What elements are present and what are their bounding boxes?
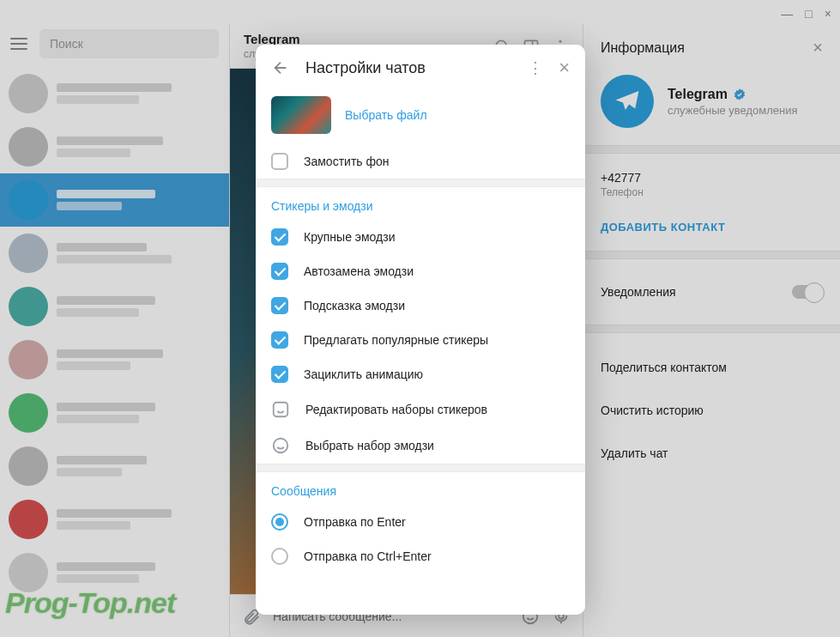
section-stickers-title: Стикеры и эмодзи bbox=[256, 187, 585, 220]
option-label: Подсказка эмодзи bbox=[304, 299, 405, 312]
select-file-link[interactable]: Выбрать файл bbox=[345, 108, 427, 122]
sticker-icon bbox=[271, 400, 290, 419]
checkbox-icon bbox=[271, 331, 288, 349]
dialog-close-icon[interactable]: × bbox=[559, 57, 570, 79]
checkbox-icon bbox=[271, 366, 288, 383]
emoji-icon bbox=[271, 436, 290, 455]
chat-settings-dialog: Настройки чатов ⋮ × Выбрать файл Замости… bbox=[256, 45, 585, 615]
checkbox-icon bbox=[271, 228, 288, 246]
background-thumbnail[interactable] bbox=[271, 96, 331, 134]
checkbox-icon bbox=[271, 297, 288, 314]
option-label: Автозамена эмодзи bbox=[304, 264, 414, 278]
dialog-title: Настройки чатов bbox=[305, 59, 512, 77]
popular-stickers-option[interactable]: Предлагать популярные стикеры bbox=[256, 323, 585, 357]
big-emoji-option[interactable]: Крупные эмодзи bbox=[256, 220, 585, 254]
option-label: Выбрать набор эмодзи bbox=[305, 439, 434, 452]
option-label: Отправка по Ctrl+Enter bbox=[304, 549, 432, 563]
section-messages-title: Сообщения bbox=[256, 472, 585, 505]
send-enter-option[interactable]: Отправка по Enter bbox=[256, 505, 585, 539]
edit-sticker-sets-button[interactable]: Редактировать наборы стикеров bbox=[256, 391, 585, 428]
option-label: Зациклить анимацию bbox=[304, 367, 423, 381]
option-label: Редактировать наборы стикеров bbox=[305, 403, 487, 416]
suggest-emoji-option[interactable]: Подсказка эмодзи bbox=[256, 288, 585, 323]
send-ctrl-enter-option[interactable]: Отправка по Ctrl+Enter bbox=[256, 539, 585, 573]
svg-rect-7 bbox=[274, 403, 288, 417]
autoreplace-emoji-option[interactable]: Автозамена эмодзи bbox=[256, 254, 585, 288]
svg-point-8 bbox=[274, 439, 288, 453]
option-label: Предлагать популярные стикеры bbox=[304, 333, 488, 347]
checkbox-icon bbox=[271, 153, 288, 170]
option-label: Отправка по Enter bbox=[304, 515, 406, 529]
choose-emoji-set-button[interactable]: Выбрать набор эмодзи bbox=[256, 428, 585, 464]
checkbox-icon bbox=[271, 263, 288, 280]
option-label: Замостить фон bbox=[304, 155, 390, 168]
loop-animation-option[interactable]: Зациклить анимацию bbox=[256, 357, 585, 391]
back-icon[interactable] bbox=[271, 58, 290, 77]
tile-background-option[interactable]: Замостить фон bbox=[256, 144, 585, 179]
dialog-more-icon[interactable]: ⋮ bbox=[528, 58, 543, 77]
radio-icon bbox=[271, 513, 288, 531]
radio-icon bbox=[271, 548, 288, 565]
option-label: Крупные эмодзи bbox=[304, 230, 396, 244]
